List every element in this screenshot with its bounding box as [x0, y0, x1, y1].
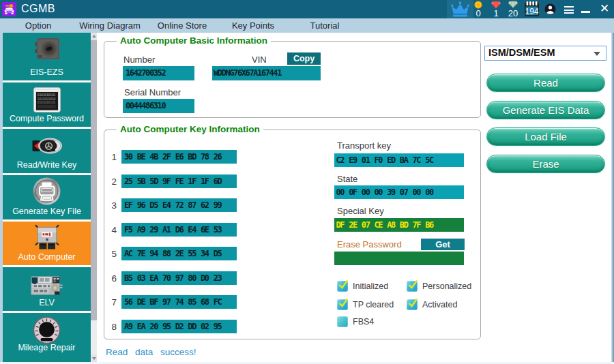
erase-password-field[interactable]	[334, 252, 464, 265]
special-key-field[interactable]: DF 2E 07 CE A8 BD 7F B6	[334, 218, 464, 232]
window-frame-left	[0, 33, 3, 362]
fbs4-label: FBS4	[353, 317, 374, 327]
app-logo-icon	[2, 2, 16, 16]
scrollbar-down-button[interactable]	[91, 354, 97, 362]
read-button[interactable]: Read	[486, 74, 605, 92]
title-bar: CGMB 0 1	[0, 0, 614, 18]
menu-online-store[interactable]: Online Store	[158, 20, 207, 32]
personalized-checkbox[interactable]	[407, 281, 418, 292]
status-message: Read data success!	[106, 347, 196, 357]
erase-button[interactable]: Erase	[486, 155, 605, 173]
person-icon	[544, 3, 556, 15]
key-7-field[interactable]: 56 DE BF 97 74 85 68 FC	[121, 295, 237, 309]
copy-button[interactable]: Copy	[287, 52, 321, 65]
key-row-number: 3	[107, 200, 117, 211]
menu-wiring-diagram[interactable]: Wiring Diagram	[79, 20, 141, 32]
menu-tutorial[interactable]: Tutorial	[310, 20, 340, 32]
red-gems-counter[interactable]: 1	[487, 0, 505, 18]
fbs4-checkbox[interactable]	[337, 316, 348, 327]
sidebar-item-read-write-key[interactable]: Read/Write Key	[3, 129, 91, 173]
key-file-icon	[33, 177, 61, 205]
calendar-days-counter[interactable]: 194	[525, 1, 539, 16]
key-6-field[interactable]: B5 03 EA 70 97 80 D0 23	[121, 271, 237, 285]
activated-checkbox[interactable]	[407, 299, 418, 310]
green-gem-icon	[508, 1, 518, 8]
hamburger-menu-button[interactable]	[564, 6, 574, 14]
checkmark-icon	[407, 279, 418, 290]
red-gem-count: 1	[487, 8, 505, 18]
key-info-title: Auto Computer Key Information	[117, 124, 263, 134]
tp-cleared-checkbox[interactable]	[337, 299, 348, 310]
key-row-number: 7	[107, 297, 117, 307]
account-button[interactable]	[544, 3, 556, 18]
sidebar-item-elv[interactable]: ELV	[3, 267, 91, 311]
odometer-gauge-icon	[33, 316, 61, 344]
scrollbar-up-button[interactable]	[91, 33, 97, 40]
load-file-button[interactable]: Load File	[486, 127, 605, 146]
get-button[interactable]: Get	[421, 239, 465, 250]
ecu-icon	[34, 224, 60, 249]
basic-info-title: Auto Computer Basic Information	[117, 35, 271, 46]
sidebar-item-compute-password[interactable]: 0101010101 1010101010 0101010101 1010101…	[3, 82, 91, 127]
green-gems-counter[interactable]: 20	[504, 0, 522, 18]
eis-module-icon	[34, 37, 60, 60]
key-3-field[interactable]: EF 96 D5 E4 72 87 62 99	[121, 198, 237, 212]
key-row-number: 6	[107, 273, 117, 284]
checkmark-icon	[338, 298, 349, 309]
checkmark-icon	[338, 279, 349, 290]
state-field[interactable]: 00 0F 00 00 39 07 00 00	[334, 185, 464, 199]
menu-option[interactable]: Option	[25, 20, 51, 32]
calendar-count: 194	[525, 7, 539, 16]
checkmark-icon	[407, 298, 418, 309]
key-1-field[interactable]: 30 BE 4B 2F E6 BD 78 26	[121, 150, 237, 164]
elv-board-icon	[31, 276, 63, 295]
initialized-checkbox[interactable]	[337, 281, 348, 292]
crown-icon	[451, 1, 469, 17]
svg-text:1010101010: 1010101010	[37, 104, 55, 108]
state-label: State	[337, 174, 357, 184]
window-title: CGMB	[21, 3, 55, 15]
key-2-field[interactable]: 25 5B 5D 9F FE 1F 1F 6D	[121, 175, 237, 188]
key-row-number: 4	[107, 225, 117, 235]
transport-key-label: Transport key	[337, 140, 391, 151]
activated-label: Activated	[422, 300, 457, 309]
close-button[interactable]: ✕	[598, 2, 611, 16]
module-selector-value: ISM/DSM/ESM	[488, 47, 555, 58]
window-frame-right	[611, 33, 614, 362]
scrollbar-thumb[interactable]	[91, 40, 97, 320]
car-key-icon	[32, 138, 62, 154]
app-window: CGMB 0 1	[0, 0, 614, 364]
initialized-label: Initialized	[353, 282, 388, 291]
sidebar-nav: EIS-EZS 0101010101 1010101010 0101010101…	[3, 33, 91, 362]
key-5-field[interactable]: AC 7E 94 88 2E 55 34 D5	[121, 247, 237, 260]
serial-number-field[interactable]: 0044486310	[123, 99, 194, 113]
transport-key-field[interactable]: C2 E9 01 F0 ED BA 7C 5C	[334, 153, 464, 167]
sidebar-item-generate-key-file[interactable]: Generate Key File	[3, 175, 91, 219]
chevron-down-icon	[594, 52, 600, 56]
number-field[interactable]: 1642700352	[123, 66, 194, 80]
minimize-button[interactable]	[581, 11, 590, 13]
key-8-field[interactable]: A9 EA 20 95 D2 DD 02 95	[121, 320, 237, 333]
key-row-number: 1	[107, 152, 117, 162]
key-4-field[interactable]: F5 A9 29 A1 D6 E4 6E 53	[121, 223, 237, 237]
sidebar-item-eis-ezs[interactable]: EIS-EZS	[3, 33, 91, 80]
vin-field[interactable]: WDDNG76X67A167441	[212, 66, 321, 80]
key-row-number: 5	[107, 249, 117, 259]
coin-count: 0	[469, 8, 487, 18]
compute-password-icon: 0101010101 1010101010 0101010101 1010101…	[33, 87, 61, 112]
special-key-label: Special Key	[337, 206, 384, 216]
serial-number-label: Serial Number	[124, 87, 181, 97]
sidebar-scrollbar[interactable]	[91, 33, 97, 362]
personalized-label: Personalized	[422, 282, 471, 291]
coins-counter[interactable]: 0	[469, 0, 487, 18]
vin-label: VIN	[252, 55, 267, 65]
sidebar-item-mileage-repair[interactable]: Mileage Repair	[3, 313, 91, 356]
module-selector[interactable]: ISM/DSM/ESM	[484, 46, 606, 61]
menu-key-points[interactable]: Key Points	[232, 20, 274, 32]
number-label: Number	[123, 55, 155, 65]
key-row-number: 2	[107, 177, 117, 187]
green-gem-count: 20	[504, 8, 522, 18]
generate-eis-data-button[interactable]: Generate EIS Data	[486, 101, 605, 119]
sidebar-item-auto-computer[interactable]: Auto Computer	[3, 222, 91, 265]
tp-cleared-label: TP cleared	[353, 300, 394, 309]
